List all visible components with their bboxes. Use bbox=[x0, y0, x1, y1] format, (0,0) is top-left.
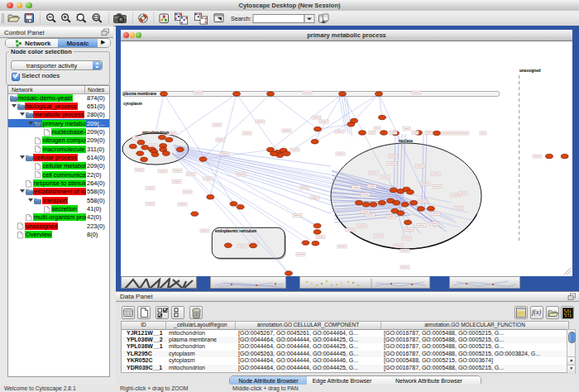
svg-text:Search:: Search: bbox=[231, 15, 251, 22]
svg-text:nucleus: nucleus bbox=[399, 139, 414, 143]
svg-text:cytoplasm: cytoplasm bbox=[123, 102, 142, 106]
svg-text:unassigned: unassigned bbox=[519, 69, 541, 73]
svg-text:mitochondrion: mitochondrion bbox=[142, 131, 169, 135]
svg-text:endoplasmic reticulum: endoplasmic reticulum bbox=[215, 229, 256, 233]
svg-text:plasma membrane: plasma membrane bbox=[123, 92, 157, 96]
